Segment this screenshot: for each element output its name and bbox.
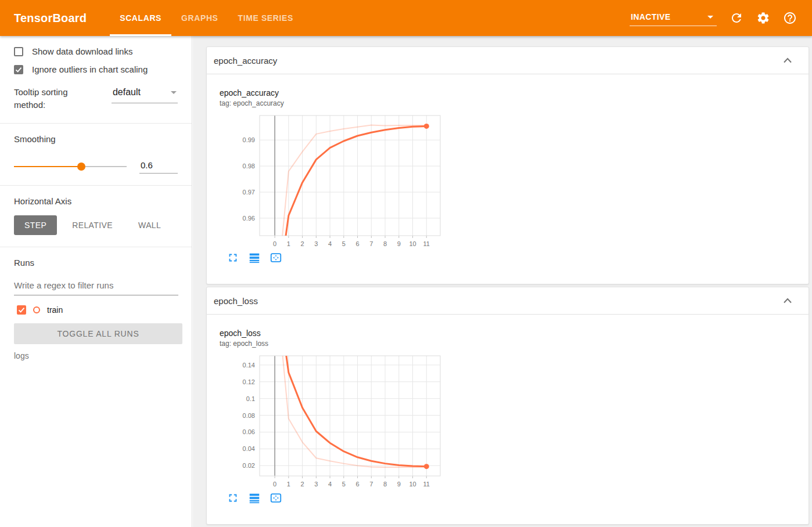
show-download-links-row[interactable]: Show data download links	[14, 46, 178, 56]
tooltip-sorting-value: default	[113, 87, 141, 97]
ignore-outliers-row[interactable]: Ignore outliers in chart scaling	[14, 64, 178, 74]
refresh-button[interactable]	[730, 11, 743, 25]
fullscreen-icon	[227, 251, 239, 264]
general-settings-section: Show data download links Ignore outliers…	[0, 36, 192, 123]
show-download-links-label: Show data download links	[32, 46, 132, 56]
smoothing-value-input[interactable]: 0.6	[139, 160, 178, 174]
runs-filter-input[interactable]	[14, 279, 178, 295]
fullscreen-button[interactable]	[227, 251, 239, 264]
svg-text:7: 7	[369, 240, 373, 247]
svg-text:9: 9	[397, 240, 401, 247]
chevron-down-icon	[707, 16, 713, 19]
smoothing-section: Smoothing 0.6	[0, 123, 192, 185]
fit-domain-button[interactable]	[270, 492, 282, 504]
svg-text:0.97: 0.97	[243, 189, 255, 196]
check-icon	[15, 66, 22, 73]
svg-text:3: 3	[314, 481, 318, 488]
tooltip-sorting-row: Tooltip sorting method: default	[14, 86, 178, 111]
svg-text:2: 2	[301, 240, 304, 247]
log-scale-button[interactable]	[248, 492, 261, 504]
scalar-chart-epoch-loss[interactable]: 0.020.040.060.080.10.120.140123456789101…	[220, 350, 452, 489]
horizontal-axis-section: Horizontal Axis STEP RELATIVE WALL	[0, 185, 192, 247]
settings-button[interactable]	[756, 11, 770, 25]
svg-text:8: 8	[383, 240, 387, 247]
card-epoch-loss-header[interactable]: epoch_loss	[207, 287, 809, 315]
svg-text:0.96: 0.96	[243, 215, 255, 222]
card-epoch-accuracy: epoch_accuracy epoch_accuracy tag: epoch…	[206, 46, 809, 284]
reload-status-value: INACTIVE	[631, 12, 671, 21]
axis-wall-button[interactable]: WALL	[128, 215, 171, 235]
tab-scalars[interactable]: SCALARS	[110, 0, 171, 36]
svg-text:0: 0	[273, 481, 276, 488]
svg-text:0.12: 0.12	[243, 378, 255, 385]
axis-step-button[interactable]: STEP	[14, 215, 57, 235]
toggle-all-runs-button[interactable]: TOGGLE ALL RUNS	[14, 323, 182, 344]
svg-text:4: 4	[328, 240, 332, 247]
tooltip-sorting-label: Tooltip sorting method:	[14, 86, 91, 111]
scalar-chart-epoch-accuracy[interactable]: 0.960.970.980.9901234567891011	[220, 110, 452, 249]
runs-section: Runs train TOGGLE ALL RUNS logs	[0, 247, 192, 372]
chart-tag: tag: epoch_loss	[220, 340, 809, 348]
chart-title: epoch_accuracy	[220, 88, 809, 98]
svg-text:1: 1	[287, 240, 290, 247]
reload-status-dropdown[interactable]: INACTIVE	[630, 10, 717, 26]
top-tabs: SCALARS GRAPHS TIME SERIES	[110, 0, 303, 36]
chevron-up-icon[interactable]	[783, 57, 792, 64]
card-epoch-loss: epoch_loss epoch_loss tag: epoch_loss 0.…	[206, 287, 809, 525]
svg-text:0.06: 0.06	[243, 428, 255, 435]
refresh-icon	[730, 11, 743, 25]
svg-text:10: 10	[409, 240, 416, 247]
log-scale-button[interactable]	[248, 251, 261, 264]
chart-toolbar	[220, 251, 809, 264]
svg-text:8: 8	[383, 481, 387, 488]
chevron-up-icon[interactable]	[783, 297, 792, 304]
svg-text:0.02: 0.02	[243, 462, 255, 469]
help-button[interactable]	[783, 11, 797, 25]
app-title: TensorBoard	[14, 12, 87, 25]
svg-text:11: 11	[423, 240, 430, 247]
axis-relative-button[interactable]: RELATIVE	[62, 215, 123, 235]
horizontal-axis-label: Horizontal Axis	[14, 196, 178, 206]
svg-text:2: 2	[301, 481, 304, 488]
svg-text:0: 0	[273, 240, 276, 247]
tooltip-sorting-dropdown[interactable]: default	[112, 86, 178, 103]
help-icon	[783, 11, 797, 25]
svg-text:4: 4	[328, 481, 332, 488]
settings-sidebar: Show data download links Ignore outliers…	[0, 36, 192, 527]
svg-text:5: 5	[342, 240, 346, 247]
chevron-down-icon	[171, 91, 177, 94]
chart-tag: tag: epoch_accuracy	[220, 99, 809, 107]
ignore-outliers-label: Ignore outliers in chart scaling	[32, 64, 148, 74]
card-epoch-accuracy-header[interactable]: epoch_accuracy	[207, 47, 809, 74]
runs-heading: Runs	[14, 258, 178, 268]
fullscreen-icon	[227, 492, 239, 504]
ignore-outliers-checkbox[interactable]	[14, 65, 23, 74]
fullscreen-button[interactable]	[227, 492, 239, 504]
log-scale-icon	[248, 492, 261, 504]
slider-thumb[interactable]	[77, 163, 85, 171]
run-train-checkbox[interactable]	[17, 305, 26, 315]
log-scale-icon	[248, 251, 261, 264]
svg-text:0.1: 0.1	[246, 395, 255, 402]
svg-text:7: 7	[369, 481, 373, 488]
header-actions: INACTIVE	[630, 10, 797, 26]
fit-data-icon	[270, 492, 282, 504]
card-body: epoch_loss tag: epoch_loss 0.020.040.060…	[207, 315, 809, 524]
tab-graphs[interactable]: GRAPHS	[171, 0, 228, 36]
run-train-label: train	[47, 305, 63, 315]
chart-toolbar	[220, 492, 809, 504]
run-color-indicator	[33, 306, 40, 313]
svg-text:0.99: 0.99	[243, 136, 255, 143]
fit-domain-button[interactable]	[270, 251, 282, 264]
svg-text:0.14: 0.14	[243, 362, 255, 369]
tab-time-series[interactable]: TIME SERIES	[228, 0, 303, 36]
svg-text:6: 6	[355, 481, 359, 488]
gear-icon	[756, 11, 770, 25]
card-header-label: epoch_loss	[214, 296, 258, 306]
show-download-links-checkbox[interactable]	[14, 47, 23, 56]
svg-text:0.98: 0.98	[243, 163, 255, 169]
svg-text:1: 1	[287, 481, 290, 488]
check-icon	[18, 306, 25, 313]
run-item-train[interactable]: train	[14, 305, 178, 315]
smoothing-slider[interactable]	[14, 163, 127, 171]
